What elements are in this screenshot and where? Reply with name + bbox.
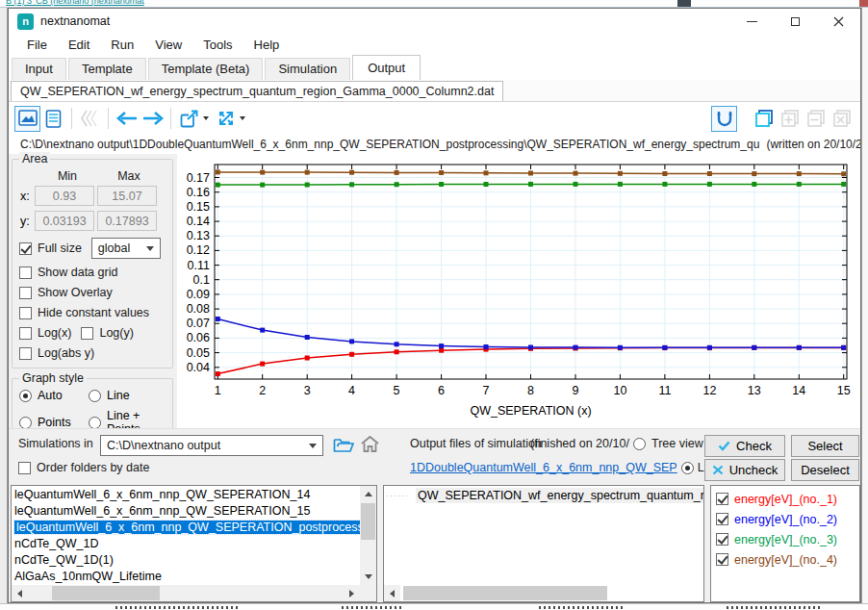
close-button[interactable] [817, 9, 860, 34]
log-y-checkbox[interactable] [81, 327, 93, 340]
y-min-field[interactable]: 0.03193 [35, 211, 94, 231]
simulation-link[interactable]: 1DDoubleQuantumWell_6_x_6nm_nnp_QW_SEP [410, 461, 677, 474]
file-tab-strip: QW_SEPERATION_wf_energy_spectrum_quantum… [9, 80, 860, 102]
column-checkbox[interactable] [716, 553, 728, 566]
menu-tools[interactable]: Tools [192, 36, 243, 54]
menu-edit[interactable]: Edit [58, 36, 100, 54]
background-window-left-strip [0, 8, 8, 603]
column-checkbox[interactable] [716, 493, 728, 505]
clear-button[interactable] [829, 106, 855, 132]
column-checkbox-row[interactable]: energy[eV]_(no._4) [711, 549, 859, 570]
file-tab[interactable]: QW_SEPERATION_wf_energy_spectrum_quantum… [11, 81, 503, 101]
list-item[interactable]: AlGaAs_10nmQW_Lifetime [12, 569, 360, 585]
hide-constant-values-checkbox[interactable] [19, 307, 32, 319]
menu-file[interactable]: File [16, 36, 58, 54]
svg-text:6: 6 [438, 384, 445, 397]
graph-style-line-radio[interactable] [89, 390, 101, 402]
full-size-checkbox[interactable] [19, 242, 32, 255]
uncheck-x-icon [712, 465, 724, 475]
home-folder-button[interactable] [360, 435, 380, 453]
column-checkbox-row[interactable]: energy[eV]_(no._2) [711, 509, 859, 529]
graph-style-group-label: Graph style [19, 371, 87, 385]
chart-plot[interactable]: 1234567891011121314150.040.050.060.070.0… [177, 154, 860, 428]
menu-run[interactable]: Run [100, 36, 144, 54]
x-max-field[interactable]: 15.07 [97, 186, 157, 206]
scroll-left-button[interactable] [384, 585, 400, 601]
column-checkbox[interactable] [716, 533, 728, 546]
back-button[interactable] [114, 106, 140, 132]
tab-output[interactable]: Output [352, 55, 421, 80]
data-columns-list[interactable]: energy[eV]_(no._1)energy[eV]_(no._2)ener… [710, 485, 860, 602]
toolbar [9, 102, 860, 135]
column-checkbox[interactable] [716, 513, 728, 525]
log-x-checkbox[interactable] [19, 327, 32, 340]
list-item[interactable]: nCdTe_QW_1D [12, 536, 360, 552]
menu-help[interactable]: Help [243, 36, 291, 54]
minimize-button[interactable] [730, 9, 774, 34]
horizontal-scrollbar[interactable] [12, 585, 360, 601]
simulations-folder-combobox[interactable]: C:\D\nextnano output [100, 435, 323, 456]
deselect-button[interactable]: Deselect [791, 459, 859, 481]
svg-text:9: 9 [573, 384, 579, 397]
graph-style-line-points-radio[interactable] [89, 417, 101, 429]
scroll-up-button[interactable] [360, 486, 376, 502]
scroll-left-button[interactable] [12, 585, 28, 601]
tab-simulation[interactable]: Simulation [265, 58, 350, 80]
text-view-button[interactable] [40, 106, 66, 132]
graph-style-points-radio[interactable] [19, 417, 32, 429]
chart-image-icon [18, 110, 38, 127]
tab-input[interactable]: Input [12, 58, 66, 80]
column-label: energy[eV]_(no._2) [734, 513, 837, 526]
expand-icon [217, 109, 236, 128]
area-groupbox: Area Min Max x: 0.93 15.07 y: 0.03193 0.… [12, 159, 173, 369]
x-min-field[interactable]: 0.93 [35, 186, 94, 206]
list-item[interactable]: nCdTe_QW_1D(1) [12, 552, 360, 569]
output-files-list[interactable]: ······ QW_SEPERATION_wf_energy_spectrum_… [383, 485, 704, 602]
log-abs-y-checkbox[interactable] [19, 347, 32, 360]
column-checkbox-row[interactable]: energy[eV]_(no._1) [711, 489, 859, 509]
tab-template[interactable]: Template [68, 58, 146, 80]
select-button[interactable]: Select [791, 435, 859, 457]
tab-template-beta[interactable]: Template (Beta) [148, 58, 264, 80]
list-item[interactable]: leQuantumWell_6_x_6nm_nnp_QW_SEPERATION_… [12, 487, 360, 503]
full-size-scope-select[interactable]: global [91, 238, 161, 259]
fullscreen-button[interactable] [213, 106, 239, 132]
output-file-item[interactable]: ······ QW_SEPERATION_wf_energy_spectrum_… [384, 486, 703, 504]
scroll-down-button[interactable] [360, 569, 376, 585]
show-data-grid-checkbox[interactable] [19, 267, 32, 279]
graph-style-auto-radio[interactable] [19, 390, 32, 402]
magnet-sync-button[interactable] [711, 106, 737, 132]
output-file-name: QW_SEPERATION_wf_energy_spectrum_quantum… [416, 488, 704, 503]
list-item[interactable]: leQuantumWell_6_x_6nm_nnp_QW_SEPERATION_… [12, 503, 360, 520]
show-overlay-checkbox[interactable] [19, 287, 32, 299]
scroll-right-button[interactable] [383, 585, 384, 601]
uncheck-button[interactable]: Uncheck [704, 459, 785, 481]
vertical-scrollbar[interactable] [360, 486, 376, 585]
scroll-right-button[interactable] [344, 585, 360, 601]
scrollbar-thumb[interactable] [52, 586, 160, 600]
list-item[interactable]: leQuantumWell_6_x_6nm_nnp_QW_SEPERATION_… [12, 520, 360, 536]
zoom-in-button[interactable] [777, 106, 803, 132]
order-folders-by-date-checkbox[interactable] [18, 462, 31, 474]
overlay-button[interactable] [77, 106, 103, 132]
export-button[interactable] [176, 106, 202, 132]
scrollbar-thumb[interactable] [403, 586, 607, 600]
y-max-field[interactable]: 0.17893 [97, 211, 157, 231]
svg-text:0.14: 0.14 [187, 215, 210, 228]
tree-view-radio[interactable] [633, 438, 646, 450]
maximize-button[interactable] [774, 9, 817, 34]
forward-button[interactable] [140, 106, 166, 132]
list-view-radio[interactable] [681, 462, 694, 474]
export-dropdown-caret[interactable] [203, 116, 209, 120]
column-checkbox-row[interactable]: energy[eV]_(no._3) [711, 529, 859, 549]
scrollbar-thumb[interactable] [361, 503, 375, 540]
svg-text:0.17: 0.17 [187, 171, 210, 185]
simulation-folder-list[interactable]: leQuantumWell_6_x_6nm_nnp_QW_SEPERATION_… [11, 485, 377, 602]
zoom-out-button[interactable] [803, 106, 829, 132]
graph-view-button[interactable] [14, 106, 40, 132]
copy-button[interactable] [751, 106, 777, 132]
fullscreen-dropdown-caret[interactable] [240, 116, 245, 120]
check-button[interactable]: Check [704, 435, 785, 457]
menu-view[interactable]: View [144, 36, 192, 54]
open-folder-button[interactable] [333, 436, 354, 453]
